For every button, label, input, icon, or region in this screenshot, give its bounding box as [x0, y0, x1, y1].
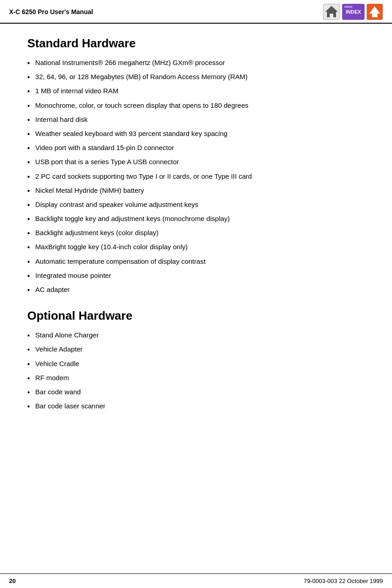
list-item: AC adapter [27, 285, 369, 295]
list-item-text: RF modem [35, 373, 369, 383]
list-item-text: 32, 64, 96, or 128 Megabytes (MB) of Ran… [35, 72, 369, 82]
svg-text:INDEX: INDEX [346, 9, 361, 15]
standard-hardware-title: Standard Hardware [27, 36, 369, 50]
doc-info: 79-0003-003 22 October 1999 [304, 578, 383, 584]
list-item: Bar code laser scanner [27, 401, 369, 412]
list-item-text: Integrated mouse pointer [35, 271, 369, 281]
page-footer: 20 79-0003-003 22 October 1999 [0, 573, 392, 588]
list-item-text: 1 MB of internal video RAM [35, 86, 369, 96]
list-item: Vehicle Cradle [27, 359, 369, 369]
list-item-text: Nickel Metal Hydride (NiMH) battery [35, 186, 369, 196]
list-item: Stand Alone Charger [27, 330, 369, 341]
list-item: MaxBright toggle key (10.4-inch color di… [27, 242, 369, 252]
main-content: Standard Hardware National Instruments® … [0, 24, 392, 443]
list-item-text: Video port with a standard 15-pin D conn… [35, 143, 369, 153]
list-item-text: AC adapter [35, 285, 369, 295]
optional-hardware-list: Stand Alone Charger Vehicle Adapter Vehi… [27, 330, 369, 412]
list-item-text: Vehicle Adapter [35, 344, 369, 354]
list-item-text: Bar code wand [35, 387, 369, 397]
list-item: Internal hard disk [27, 115, 369, 125]
list-item: Monochrome, color, or touch screen displ… [27, 101, 369, 111]
index-icon[interactable]: INDEX [342, 4, 365, 20]
list-item-text: MaxBright toggle key (10.4-inch color di… [35, 242, 369, 252]
list-item-text: Monochrome, color, or touch screen displ… [35, 101, 369, 111]
list-item-text: Display contrast and speaker volume adju… [35, 200, 369, 210]
list-item: Display contrast and speaker volume adju… [27, 200, 369, 210]
list-item-text: Automatic temperature compensation of di… [35, 256, 369, 266]
list-item: Integrated mouse pointer [27, 271, 369, 281]
list-item-text: USB port that is a series Type A USB con… [35, 157, 369, 167]
page-header: X-C 6250 Pro User's Manual INDEX [0, 0, 392, 24]
list-item-text: Bar code laser scanner [35, 401, 369, 411]
optional-hardware-title: Optional Hardware [27, 309, 369, 323]
list-item: Vehicle Adapter [27, 344, 369, 355]
list-item-text: National Instruments® 266 megahertz (MHz… [35, 58, 369, 68]
list-item: Video port with a standard 15-pin D conn… [27, 143, 369, 153]
home-icon[interactable] [323, 4, 340, 20]
svg-rect-4 [344, 6, 352, 8]
list-item: 32, 64, 96, or 128 Megabytes (MB) of Ran… [27, 72, 369, 82]
manual-title: X-C 6250 Pro User's Manual [9, 8, 93, 15]
list-item-text: Stand Alone Charger [35, 330, 369, 340]
list-item: Nickel Metal Hydride (NiMH) battery [27, 186, 369, 196]
list-item-text: Backlight adjustment keys (color display… [35, 228, 369, 238]
list-item: USB port that is a series Type A USB con… [27, 157, 369, 167]
list-item: Automatic temperature compensation of di… [27, 256, 369, 267]
page-number: 20 [9, 578, 15, 584]
list-item: National Instruments® 266 megahertz (MHz… [27, 58, 369, 68]
list-item: Bar code wand [27, 387, 369, 397]
standard-hardware-list: National Instruments® 266 megahertz (MHz… [27, 58, 369, 295]
nav-icons: INDEX [323, 4, 383, 20]
list-item-text: Backlight toggle key and adjustment keys… [35, 214, 369, 224]
list-item-text: 2 PC card sockets supporting two Type I … [35, 171, 369, 181]
list-item: 2 PC card sockets supporting two Type I … [27, 171, 369, 182]
list-item: RF modem [27, 373, 369, 383]
list-item: Backlight toggle key and adjustment keys… [27, 214, 369, 224]
list-item-text: Internal hard disk [35, 115, 369, 125]
list-item: 1 MB of internal video RAM [27, 86, 369, 96]
list-item-text: Weather sealed keyboard with 93 percent … [35, 129, 369, 139]
list-item: Weather sealed keyboard with 93 percent … [27, 129, 369, 139]
up-arrow-icon[interactable] [367, 4, 383, 20]
list-item: Backlight adjustment keys (color display… [27, 228, 369, 238]
list-item-text: Vehicle Cradle [35, 359, 369, 369]
